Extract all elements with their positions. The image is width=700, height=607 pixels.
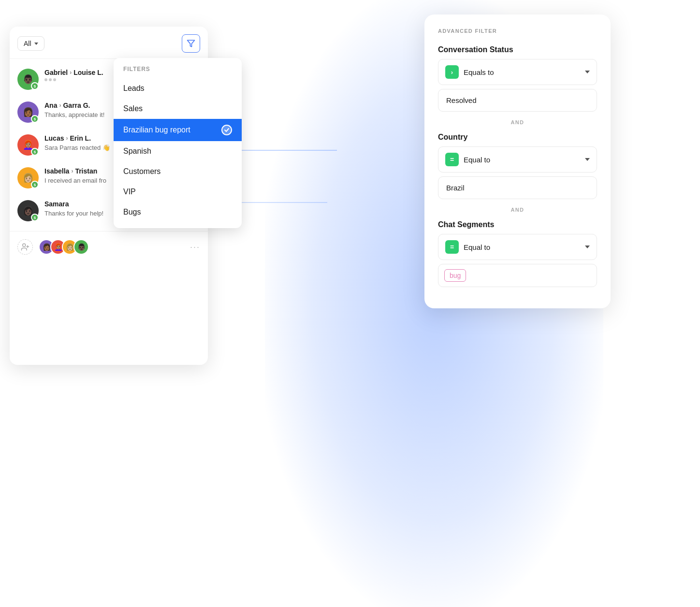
- dot2: [49, 78, 52, 81]
- chat-segments-value-box: bug: [438, 264, 597, 287]
- conv-status-operator-left: › Equals to: [445, 65, 494, 79]
- online-badge-gabriel: $: [31, 82, 39, 90]
- section-label-country: Country: [438, 133, 597, 142]
- advanced-filter-panel: ADVANCED FILTER Conversation Status › Eq…: [424, 14, 611, 308]
- section-label-conv-status: Conversation Status: [438, 45, 597, 54]
- to-isabella: Tristan: [75, 167, 97, 175]
- conv-status-operator-label: Equals to: [464, 68, 494, 76]
- conv-footer: 👩🏾 👩🏽‍🦰 👩🏼 👨🏿 ···: [10, 231, 208, 262]
- connector-line-2: [240, 202, 327, 203]
- footer-avatars: 👩🏾 👩🏽‍🦰 👩🏼 👨🏿: [39, 239, 89, 255]
- avatar-wrap-samara: 👩🏿 $: [17, 200, 39, 221]
- filter-item-vip[interactable]: VIP: [114, 182, 242, 202]
- filters-title: FILTERS: [114, 64, 242, 78]
- scene: All 👨🏿 $ Gabriel › L: [0, 0, 700, 607]
- svg-marker-0: [188, 40, 195, 47]
- dot1: [44, 78, 47, 81]
- arrow-ana: ›: [59, 102, 61, 109]
- conv-status-value: Resolved: [438, 89, 597, 112]
- advanced-filter-title: ADVANCED FILTER: [438, 28, 597, 34]
- conv-status-operator-select[interactable]: › Equals to: [438, 59, 597, 85]
- from-gabriel: Gabriel: [44, 69, 68, 76]
- check-circle-icon: [221, 125, 232, 135]
- section-country: Country = Equal to Brazil: [438, 133, 597, 199]
- filter-label-leads: Leads: [123, 84, 145, 93]
- chat-segments-operator-select[interactable]: = Equal to: [438, 234, 597, 260]
- filter-label-spanish: Spanish: [123, 147, 151, 156]
- to-ana: Garra G.: [63, 101, 90, 109]
- arrow-gabriel: ›: [70, 69, 72, 76]
- country-operator-select[interactable]: = Equal to: [438, 146, 597, 173]
- filter-item-sales[interactable]: Sales: [114, 99, 242, 119]
- svg-point-1: [23, 244, 26, 246]
- filter-button[interactable]: [182, 34, 200, 53]
- avatar-wrap-lucas: 👩🏽‍🦰 $: [17, 134, 39, 156]
- footer-avatar-4: 👨🏿: [73, 239, 89, 255]
- from-samara: Samara: [44, 200, 69, 208]
- chat-segments-operator-left: = Equal to: [445, 240, 490, 254]
- filter-item-bugs[interactable]: Bugs: [114, 202, 242, 222]
- from-isabella: Isabella: [44, 167, 69, 175]
- filter-item-customers[interactable]: Customers: [114, 161, 242, 182]
- online-badge-ana: $: [31, 115, 39, 123]
- to-gabriel: Louise L.: [73, 69, 103, 76]
- conv-status-chevron-icon: [585, 71, 590, 73]
- all-label: All: [24, 40, 31, 47]
- bug-tag[interactable]: bug: [444, 269, 466, 282]
- greater-than-icon: ›: [445, 65, 459, 79]
- dot3: [53, 78, 56, 81]
- chat-segments-operator-label: Equal to: [464, 243, 490, 251]
- add-person-button[interactable]: [17, 239, 33, 255]
- and-divider-2: AND: [438, 207, 597, 213]
- filter-label-brazilian: Brazilian bug report: [123, 126, 190, 134]
- avatar-wrap-ana: 👩🏾 $: [17, 101, 39, 123]
- filter-item-leads[interactable]: Leads: [114, 78, 242, 99]
- country-value: Brazil: [438, 176, 597, 199]
- filters-dropdown: FILTERS Leads Sales Brazilian bug report…: [114, 58, 242, 228]
- avatar-wrap-isabella: 👩🏼 $: [17, 167, 39, 188]
- filter-label-bugs: Bugs: [123, 208, 141, 217]
- arrow-isabella: ›: [71, 168, 73, 174]
- chevron-down-icon: [34, 43, 38, 45]
- arrow-lucas: ›: [66, 135, 68, 142]
- equals-icon: =: [445, 153, 459, 166]
- section-chat-segments: Chat Segments = Equal to bug: [438, 220, 597, 287]
- filter-icon: [187, 39, 195, 48]
- conv-header: All: [10, 27, 208, 59]
- online-badge-isabella: $: [31, 181, 39, 188]
- section-label-chat-segments: Chat Segments: [438, 220, 597, 229]
- chat-segments-chevron-icon: [585, 246, 590, 248]
- country-operator-left: = Equal to: [445, 153, 490, 166]
- to-lucas: Erin L.: [70, 134, 91, 142]
- filter-item-spanish[interactable]: Spanish: [114, 141, 242, 161]
- section-conv-status: Conversation Status › Equals to Resolved: [438, 45, 597, 112]
- country-chevron-icon: [585, 158, 590, 161]
- filter-label-customers: Customers: [123, 167, 160, 176]
- avatar-wrap-gabriel: 👨🏿 $: [17, 69, 39, 90]
- and-divider-1: AND: [438, 119, 597, 125]
- online-badge-samara: $: [31, 214, 39, 221]
- filter-label-sales: Sales: [123, 104, 143, 113]
- from-lucas: Lucas: [44, 134, 64, 142]
- filter-item-brazilian[interactable]: Brazilian bug report: [114, 119, 242, 141]
- add-person-icon: [21, 243, 29, 251]
- filter-label-vip: VIP: [123, 188, 136, 196]
- checkmark-icon: [224, 127, 230, 133]
- country-operator-label: Equal to: [464, 156, 490, 164]
- from-ana: Ana: [44, 101, 57, 109]
- equals-icon-2: =: [445, 240, 459, 254]
- connector-line-1: [240, 150, 337, 151]
- all-dropdown[interactable]: All: [17, 36, 44, 51]
- online-badge-lucas: $: [31, 148, 39, 156]
- footer-more-button[interactable]: ···: [190, 242, 200, 252]
